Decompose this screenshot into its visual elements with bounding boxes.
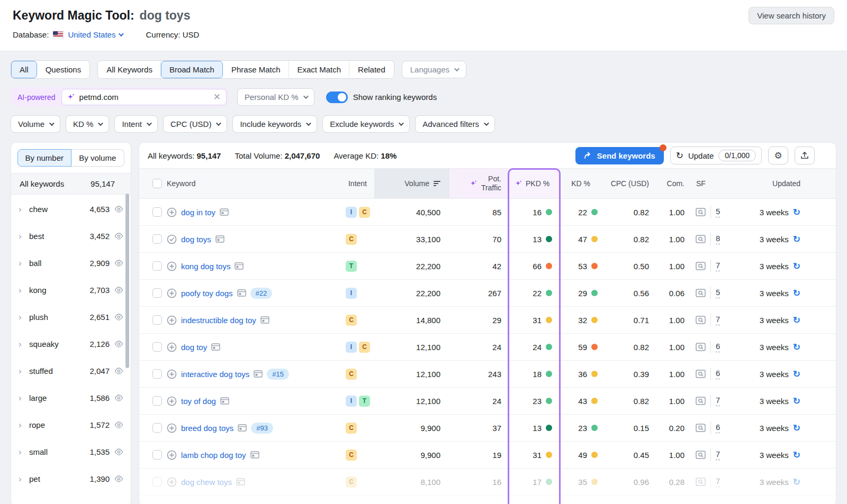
refresh-icon[interactable]: ↻ <box>793 343 800 352</box>
sf-count-link[interactable]: 7 <box>716 315 720 325</box>
serp-features-icon[interactable] <box>260 316 269 324</box>
serp-features-icon[interactable] <box>238 424 247 432</box>
column-header-cpc[interactable]: CPC (USD) <box>606 169 656 198</box>
sf-count-link[interactable]: 7 <box>716 450 720 460</box>
add-to-list-icon[interactable] <box>167 450 177 460</box>
tab-related[interactable]: Related <box>349 61 394 78</box>
row-checkbox[interactable] <box>152 234 162 244</box>
filter-exclude-keywords[interactable]: Exclude keywords <box>322 115 410 133</box>
serp-features-icon[interactable] <box>250 451 259 459</box>
group-row-plush[interactable]: ›plush2,651 <box>11 304 131 331</box>
clear-input-icon[interactable]: ✕ <box>213 93 221 102</box>
eye-icon[interactable] <box>114 341 123 347</box>
serp-preview-icon[interactable] <box>696 451 706 459</box>
eye-icon[interactable] <box>114 260 123 267</box>
sf-count-link[interactable]: 8 <box>716 234 720 244</box>
serp-preview-icon[interactable] <box>696 262 706 270</box>
add-to-list-icon[interactable] <box>167 369 177 379</box>
refresh-icon[interactable]: ↻ <box>793 424 800 433</box>
select-all-checkbox[interactable] <box>152 179 162 188</box>
search-input[interactable] <box>79 93 209 102</box>
group-row-chew[interactable]: ›chew4,653 <box>11 196 131 223</box>
serp-preview-icon[interactable] <box>696 397 706 405</box>
serp-preview-icon[interactable] <box>696 343 706 351</box>
keyword-link[interactable]: indestructible dog toy <box>181 316 256 325</box>
filter-intent[interactable]: Intent <box>114 115 158 133</box>
position-badge[interactable]: #15 <box>267 369 289 380</box>
serp-preview-icon[interactable] <box>696 208 706 216</box>
eye-icon[interactable] <box>114 395 123 401</box>
keyword-link[interactable]: interactive dog toys <box>181 370 249 379</box>
add-to-list-icon[interactable] <box>167 207 177 217</box>
row-checkbox[interactable] <box>152 450 162 460</box>
sidebar-tab-by-number[interactable]: By number <box>17 149 71 167</box>
column-header-sf[interactable]: SF <box>693 169 736 198</box>
tab-broad-match[interactable]: Broad Match <box>161 61 223 78</box>
group-row-large[interactable]: ›large1,586 <box>11 384 131 411</box>
add-to-list-icon[interactable] <box>167 288 177 298</box>
group-row-rope[interactable]: ›rope1,572 <box>11 411 131 438</box>
serp-preview-icon[interactable] <box>696 289 706 297</box>
sf-count-link[interactable]: 5 <box>716 288 720 298</box>
sf-count-link[interactable]: 7 <box>716 476 720 487</box>
add-to-list-icon[interactable] <box>167 477 177 487</box>
tab-exact-match[interactable]: Exact Match <box>289 61 350 78</box>
eye-icon[interactable] <box>114 314 123 320</box>
row-checkbox[interactable] <box>152 477 162 487</box>
serp-features-icon[interactable] <box>237 289 246 297</box>
filter-kd[interactable]: KD % <box>66 115 109 133</box>
group-row-kong[interactable]: ›kong2,703 <box>11 277 131 304</box>
serp-features-icon[interactable] <box>254 370 263 378</box>
row-checkbox[interactable] <box>152 288 162 298</box>
refresh-icon[interactable]: ↻ <box>793 235 800 244</box>
eye-icon[interactable] <box>114 448 123 455</box>
sf-count-link[interactable]: 7 <box>716 396 720 406</box>
filter-cpc-usd[interactable]: CPC (USD) <box>163 115 228 133</box>
column-header-intent[interactable]: Intent <box>341 169 374 198</box>
refresh-icon[interactable]: ↻ <box>793 478 800 487</box>
column-header-com[interactable]: Com. <box>656 169 693 198</box>
position-badge[interactable]: #93 <box>251 423 273 434</box>
tab-phrase-match[interactable]: Phrase Match <box>223 61 289 78</box>
refresh-icon[interactable]: ↻ <box>793 289 800 298</box>
keyword-link[interactable]: dog toys <box>181 235 211 244</box>
database-select[interactable]: United States <box>68 30 122 39</box>
serp-features-icon[interactable] <box>220 397 229 405</box>
filter-advanced-filters[interactable]: Advanced filters <box>415 115 495 133</box>
sf-count-link[interactable]: 6 <box>716 369 720 379</box>
eye-icon[interactable] <box>114 421 123 428</box>
keyword-link[interactable]: dog toy <box>181 343 207 352</box>
tab-all-keywords[interactable]: All Keywords <box>98 61 161 78</box>
refresh-icon[interactable]: ↻ <box>793 397 800 406</box>
add-to-list-icon[interactable] <box>167 423 177 433</box>
add-to-list-icon[interactable] <box>167 396 177 406</box>
row-checkbox[interactable] <box>152 315 162 325</box>
update-button[interactable]: ↻ Update 0/1,000 <box>670 146 762 164</box>
refresh-icon[interactable]: ↻ <box>793 208 800 217</box>
check-circle-icon[interactable] <box>167 234 177 244</box>
serp-preview-icon[interactable] <box>696 478 706 486</box>
eye-icon[interactable] <box>114 233 123 240</box>
send-keywords-button[interactable]: Send keywords <box>575 147 664 164</box>
group-row-small[interactable]: ›small1,535 <box>11 438 131 465</box>
serp-features-icon[interactable] <box>235 262 244 270</box>
view-search-history-button[interactable]: View search history <box>749 7 834 24</box>
personal-kd-dropdown[interactable]: Personal KD % <box>237 88 314 106</box>
tab-all[interactable]: All <box>11 61 37 78</box>
position-badge[interactable]: #22 <box>250 288 273 299</box>
sidebar-tab-by-volume[interactable]: By volume <box>71 149 125 167</box>
serp-preview-icon[interactable] <box>696 235 706 243</box>
serp-preview-icon[interactable] <box>696 424 706 432</box>
column-header-pot-traffic[interactable]: Pot.Traffic <box>449 169 508 198</box>
serp-features-icon[interactable] <box>215 235 224 243</box>
column-header-pkd[interactable]: PKD % <box>508 169 561 198</box>
column-header-kd[interactable]: KD % <box>561 169 606 198</box>
row-checkbox[interactable] <box>152 342 162 352</box>
eye-icon[interactable] <box>114 206 123 213</box>
add-to-list-icon[interactable] <box>167 261 177 271</box>
filter-include-keywords[interactable]: Include keywords <box>232 115 317 133</box>
serp-features-icon[interactable] <box>211 343 220 351</box>
row-checkbox[interactable] <box>152 396 162 406</box>
keyword-link[interactable]: dog in toy <box>181 208 215 217</box>
export-button[interactable] <box>795 146 815 164</box>
